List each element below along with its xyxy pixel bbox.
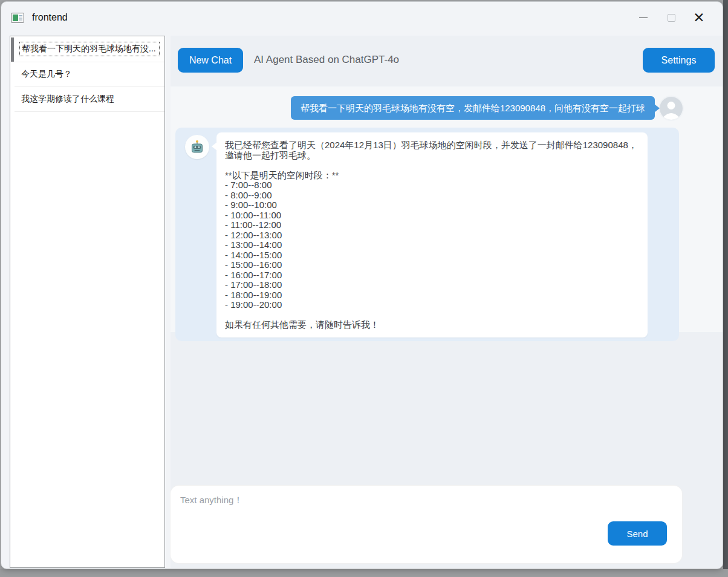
bubble-tail bbox=[654, 104, 660, 112]
messages-area: 帮我看一下明天的羽毛球场地有没有空，发邮件给123090848，问他有没有空一起… bbox=[171, 86, 723, 332]
agent-title: AI Agent Based on ChatGPT-4o bbox=[254, 54, 399, 66]
window-title: frontend bbox=[32, 12, 68, 23]
title-bar: frontend ✕ bbox=[1, 2, 723, 33]
minimize-button[interactable] bbox=[629, 2, 657, 33]
user-message-text: 帮我看一下明天的羽毛球场地有没有空，发邮件给123090848，问他有没有空一起… bbox=[301, 103, 645, 113]
chat-history-item-courses[interactable]: 我这学期修读了什么课程 bbox=[15, 87, 164, 112]
message-input[interactable] bbox=[171, 486, 682, 534]
person-icon bbox=[660, 97, 683, 120]
chat-panel: New Chat AI Agent Based on ChatGPT-4o Se… bbox=[171, 36, 723, 568]
desktop-background-right bbox=[723, 0, 728, 577]
chat-history-item-date[interactable]: 今天是几号？ bbox=[15, 62, 164, 87]
message-composer: Send bbox=[171, 486, 682, 563]
user-message-bubble: 帮我看一下明天的羽毛球场地有没有空，发邮件给123090848，问他有没有空一起… bbox=[291, 96, 655, 120]
robot-icon bbox=[189, 139, 205, 155]
minimize-icon bbox=[639, 18, 648, 18]
chat-item-label: 我这学期修读了什么课程 bbox=[19, 93, 160, 106]
bubble-tail bbox=[212, 142, 217, 151]
user-message-row: 帮我看一下明天的羽毛球场地有没有空，发邮件给123090848，问他有没有空一起… bbox=[171, 86, 723, 120]
chat-item-label: 帮我看一下明天的羽毛球场地有没... bbox=[19, 42, 160, 56]
chat-history-item-badminton[interactable]: 帮我看一下明天的羽毛球场地有没... bbox=[15, 36, 164, 62]
chat-history-sidebar: 帮我看一下明天的羽毛球场地有没... 今天是几号？ 我这学期修读了什么课程 bbox=[10, 36, 165, 568]
close-button[interactable]: ✕ bbox=[685, 2, 713, 33]
sidebar-scrollbar-thumb[interactable] bbox=[11, 37, 14, 62]
ai-message-card: 我已经帮您查看了明天（2024年12月13日）羽毛球场地的空闲时段，并发送了一封… bbox=[175, 128, 679, 341]
ai-message-bubble: 我已经帮您查看了明天（2024年12月13日）羽毛球场地的空闲时段，并发送了一封… bbox=[216, 132, 648, 337]
maximize-icon bbox=[668, 14, 675, 22]
chat-item-label: 今天是几号？ bbox=[19, 68, 160, 81]
settings-button[interactable]: Settings bbox=[643, 48, 715, 73]
new-chat-button[interactable]: New Chat bbox=[178, 48, 243, 73]
chat-header: New Chat AI Agent Based on ChatGPT-4o Se… bbox=[171, 36, 723, 86]
send-button[interactable]: Send bbox=[608, 521, 667, 546]
chat-history-list: 帮我看一下明天的羽毛球场地有没... 今天是几号？ 我这学期修读了什么课程 bbox=[15, 36, 164, 112]
user-avatar bbox=[660, 97, 683, 120]
close-icon: ✕ bbox=[693, 11, 704, 25]
app-window: frontend ✕ 帮我看一下明天的羽毛球场地有没... 今天是几号？ 我这学… bbox=[1, 1, 723, 569]
ai-message-text: 我已经帮您查看了明天（2024年12月13日）羽毛球场地的空闲时段，并发送了一封… bbox=[225, 140, 638, 330]
maximize-button[interactable] bbox=[657, 2, 685, 33]
app-icon bbox=[11, 13, 24, 23]
bot-avatar bbox=[185, 135, 209, 159]
window-controls: ✕ bbox=[629, 2, 713, 33]
desktop-background-bottom bbox=[0, 569, 728, 577]
